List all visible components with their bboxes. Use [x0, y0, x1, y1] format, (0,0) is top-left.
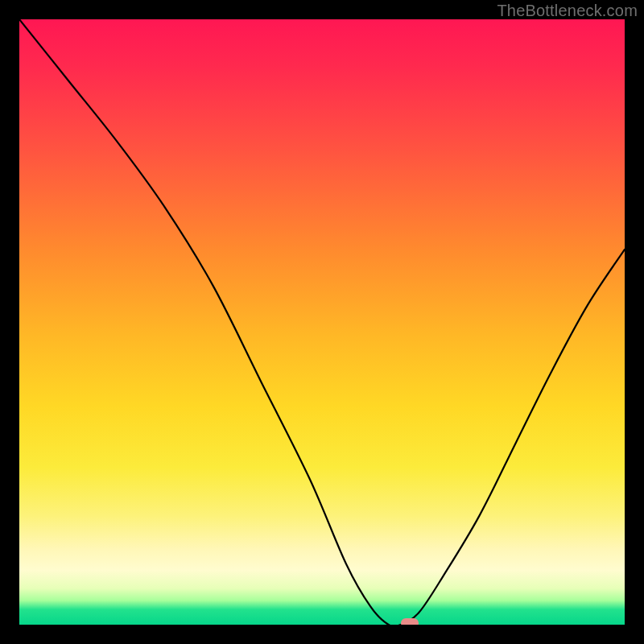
plot-area	[19, 19, 625, 625]
optimal-marker	[401, 618, 419, 625]
watermark-text: TheBottleneck.com	[497, 2, 638, 20]
bottleneck-curve	[19, 19, 625, 625]
chart-frame: TheBottleneck.com	[0, 0, 644, 644]
